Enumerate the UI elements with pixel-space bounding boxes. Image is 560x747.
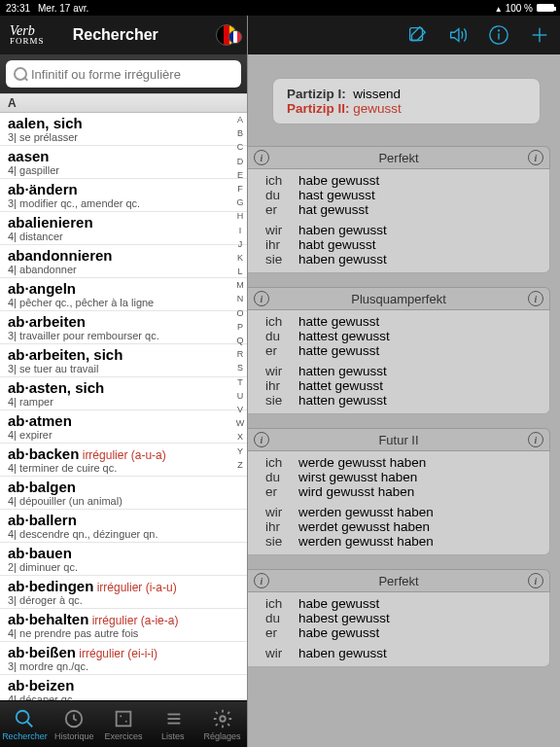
sound-icon[interactable] xyxy=(447,24,469,46)
index-letter[interactable]: G xyxy=(234,197,246,207)
conjugation-row: erhabe gewusst xyxy=(265,625,549,640)
verb-definition: 3| déroger à qc. xyxy=(8,594,235,606)
list-item[interactable]: ab·backen irrégulier (a-u-a)4| terminer … xyxy=(0,444,247,477)
list-item[interactable]: ab·ballern4| descendre qn., dézinguer qn… xyxy=(0,510,247,543)
list-item[interactable]: ab·balgen4| dépouiller (un animal) xyxy=(0,477,247,510)
pronoun: ich xyxy=(265,455,298,470)
info-icon[interactable]: i xyxy=(528,573,543,588)
info-icon[interactable]: i xyxy=(528,291,543,306)
partizip2-label: Partizip II: xyxy=(287,101,350,116)
conjugation-body[interactable]: Partizip I: wissend Partizip II: gewusst… xyxy=(248,54,560,747)
verb-word: ab·ballern xyxy=(8,512,235,528)
tab-bar: Rechercher Historique Exercices Listes R… xyxy=(0,700,247,747)
tense-block: iFutur IIiichwerde gewusst habenduwirst … xyxy=(248,428,550,555)
index-letter[interactable]: I xyxy=(234,226,246,235)
plus-icon[interactable] xyxy=(529,24,550,46)
index-letter[interactable]: K xyxy=(234,253,246,263)
index-letter[interactable]: E xyxy=(234,170,246,180)
index-letter[interactable]: H xyxy=(234,211,246,221)
compose-icon[interactable] xyxy=(406,24,428,46)
list-item[interactable]: ab·beizen4| décaper qc. xyxy=(0,675,247,700)
index-rail[interactable]: ABCDEFGHIJKLMNOPQRSTUVWXYZ xyxy=(234,115,246,700)
index-letter[interactable]: C xyxy=(234,142,246,152)
index-letter[interactable]: J xyxy=(234,239,246,249)
pronoun: ihr xyxy=(265,519,298,534)
index-letter[interactable]: A xyxy=(234,115,246,124)
list-item[interactable]: ab·arbeiten, sich3| se tuer au travail xyxy=(0,344,247,377)
index-letter[interactable]: D xyxy=(234,157,246,166)
index-letter[interactable]: Q xyxy=(234,336,246,345)
tab-listes[interactable]: Listes xyxy=(148,701,197,747)
index-letter[interactable]: V xyxy=(234,405,246,414)
tab-label: Réglages xyxy=(204,731,241,741)
index-letter[interactable]: N xyxy=(234,294,246,303)
list-item[interactable]: ab·arbeiten3| travailler pour rembourser… xyxy=(0,311,247,344)
list-item[interactable]: ab·asten, sich4| ramper xyxy=(0,377,247,410)
index-letter[interactable]: B xyxy=(234,128,246,138)
info-icon[interactable]: i xyxy=(254,291,269,306)
partizip1-value: wissend xyxy=(353,87,401,101)
tab-rechercher[interactable]: Rechercher xyxy=(0,701,50,747)
list-item[interactable]: abandonnieren4| abandonner xyxy=(0,245,247,278)
language-flag-icon[interactable] xyxy=(216,24,237,46)
tab-label: Listes xyxy=(161,731,185,741)
list-item[interactable]: abalienieren4| distancer xyxy=(0,212,247,245)
index-letter[interactable]: F xyxy=(234,184,246,194)
right-panel: Partizip I: wissend Partizip II: gewusst… xyxy=(248,16,560,747)
tense-block: iPlusquamperfektiichhatte gewusstduhatte… xyxy=(248,287,550,414)
tense-body: ichhabe gewusstduhabest gewussterhabe ge… xyxy=(248,592,550,667)
index-letter[interactable]: O xyxy=(234,308,246,318)
list-item[interactable]: ab·atmen4| expirer xyxy=(0,410,247,444)
info-icon[interactable] xyxy=(488,24,509,46)
tab-historique[interactable]: Historique xyxy=(50,701,99,747)
svg-point-4 xyxy=(120,715,122,717)
index-letter[interactable]: Z xyxy=(234,460,246,470)
verb-word: ab·asten, sich xyxy=(8,379,235,396)
index-letter[interactable]: W xyxy=(234,418,246,428)
pronoun: ihr xyxy=(265,378,298,393)
left-header: Verb FORMS Rechercher xyxy=(0,16,247,54)
conjugation-row: ihrwerdet gewusst haben xyxy=(265,519,549,534)
verb-definition: 3| modifier qc., amender qc. xyxy=(8,197,235,209)
info-icon[interactable]: i xyxy=(254,573,269,588)
verb-list[interactable]: A aalen, sich3| se prélasseraasen4| gasp… xyxy=(0,93,247,700)
pronoun: du xyxy=(265,188,298,202)
conjugation-row: ichwerde gewusst haben xyxy=(265,455,549,470)
conjugation-row: siehatten gewusst xyxy=(265,393,549,408)
list-item[interactable]: ab·behalten irrégulier (a-ie-a)4| ne pre… xyxy=(0,609,247,642)
search-box xyxy=(6,60,241,88)
list-item[interactable]: ab·angeln4| pêcher qc., pêcher à la lign… xyxy=(0,278,247,311)
verb-form: hattet gewusst xyxy=(298,378,383,393)
index-letter[interactable]: P xyxy=(234,322,246,332)
info-icon[interactable]: i xyxy=(528,150,543,165)
info-icon[interactable]: i xyxy=(528,432,543,447)
index-letter[interactable]: X xyxy=(234,432,246,442)
pronoun: wir xyxy=(265,646,298,660)
verb-word: aasen xyxy=(8,148,235,164)
verb-word: ab·beißen irrégulier (ei-i-i) xyxy=(8,644,235,660)
index-letter[interactable]: T xyxy=(234,377,246,387)
search-input[interactable] xyxy=(6,60,241,88)
index-letter[interactable]: Y xyxy=(234,446,246,456)
conjugation-row: erwird gewusst haben xyxy=(265,484,549,499)
index-letter[interactable]: M xyxy=(234,280,246,290)
list-item[interactable]: aalen, sich3| se prélasser xyxy=(0,113,247,146)
verb-word: ab·backen irrégulier (a-u-a) xyxy=(8,445,235,462)
list-item[interactable]: aasen4| gaspiller xyxy=(0,146,247,179)
svg-point-9 xyxy=(220,716,226,722)
list-item[interactable]: ab·bedingen irrégulier (i-a-u)3| déroger… xyxy=(0,576,247,609)
tab-reglages[interactable]: Réglages xyxy=(197,701,247,747)
list-item[interactable]: ab·bauen2| diminuer qc. xyxy=(0,543,247,576)
verb-form: habe gewusst xyxy=(298,173,379,188)
list-item[interactable]: ab·ändern3| modifier qc., amender qc. xyxy=(0,179,247,212)
index-letter[interactable]: L xyxy=(234,267,246,276)
index-letter[interactable]: U xyxy=(234,391,246,401)
pronoun: ihr xyxy=(265,237,298,252)
info-icon[interactable]: i xyxy=(254,432,269,447)
info-icon[interactable]: i xyxy=(254,150,269,165)
index-letter[interactable]: R xyxy=(234,349,246,359)
index-letter[interactable]: S xyxy=(234,363,246,373)
battery-icon xyxy=(537,4,554,12)
list-item[interactable]: ab·beißen irrégulier (ei-i-i)3| mordre q… xyxy=(0,642,247,675)
tab-exercices[interactable]: Exercices xyxy=(99,701,149,747)
